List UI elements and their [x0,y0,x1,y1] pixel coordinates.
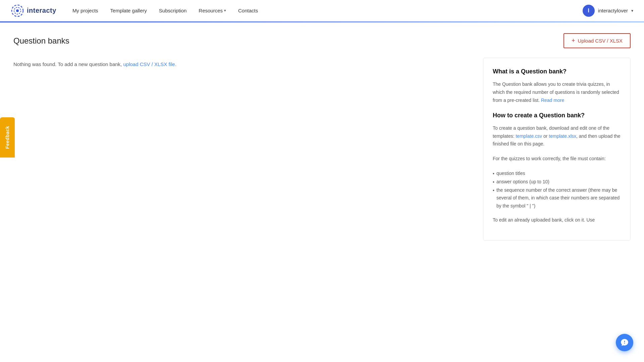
feedback-wrapper: Feedback [0,117,15,159]
nav-subscription[interactable]: Subscription [159,8,187,13]
user-menu[interactable]: I interactylover ▾ [583,5,633,17]
read-more-link[interactable]: Read more [541,98,564,103]
page-header: Question banks + Upload CSV / XLSХ [13,33,631,48]
user-name: interactylover [598,8,628,13]
logo-icon [11,4,24,17]
how-to-title: How to create a Question bank? [493,111,621,120]
nav-template-gallery[interactable]: Template gallery [110,8,147,13]
file-requirements-intro: For the quizzes to work correctly, the f… [493,155,621,163]
info-panel: What is a Question bank? The Question ba… [483,58,631,241]
how-to-body: To create a question bank, download and … [493,124,621,148]
nav-my-projects[interactable]: My projects [72,8,98,13]
upload-btn-label: Upload CSV / XLSХ [578,38,623,44]
svg-point-2 [16,9,19,12]
left-panel: Nothing was found. To add a new question… [13,58,483,241]
template-csv-link[interactable]: template.csv [516,133,542,139]
content-area: Nothing was found. To add a new question… [13,58,631,241]
nav-contacts[interactable]: Contacts [238,8,258,13]
feedback-button[interactable]: Feedback [0,117,15,158]
template-xlsx-link[interactable]: template.xlsx [549,133,576,139]
user-chevron: ▾ [631,8,633,13]
list-item: the sequence number of the correct answe… [493,186,621,210]
requirements-list: question titles answer options (up to 10… [493,170,621,210]
list-item: question titles [493,170,621,178]
what-is-body: The Question bank allows you to create t… [493,80,621,104]
page-title: Question banks [13,36,69,46]
upload-csv-button[interactable]: + Upload CSV / XLSХ [564,33,631,48]
edit-note: To edit an already uploaded bank, click … [493,216,621,224]
upload-link[interactable]: upload CSV / XLSX file. [123,61,176,67]
logo-text: interacty [27,7,56,14]
resources-dropdown-arrow: ▾ [224,8,226,13]
navbar: interacty My projects Template gallery S… [0,0,644,21]
empty-state-message: Nothing was found. To add a new question… [13,60,470,68]
main-container: Question banks + Upload CSV / XLSХ Nothi… [0,22,644,241]
what-is-title: What is a Question bank? [493,67,621,76]
logo-link[interactable]: interacty [11,4,56,17]
list-item: answer options (up to 10) [493,178,621,186]
empty-message-text: Nothing was found. To add a new question… [13,61,123,67]
upload-plus-icon: + [572,37,575,44]
nav-links: My projects Template gallery Subscriptio… [72,8,583,13]
nav-resources[interactable]: Resources ▾ [199,8,226,13]
user-avatar: I [583,5,595,17]
